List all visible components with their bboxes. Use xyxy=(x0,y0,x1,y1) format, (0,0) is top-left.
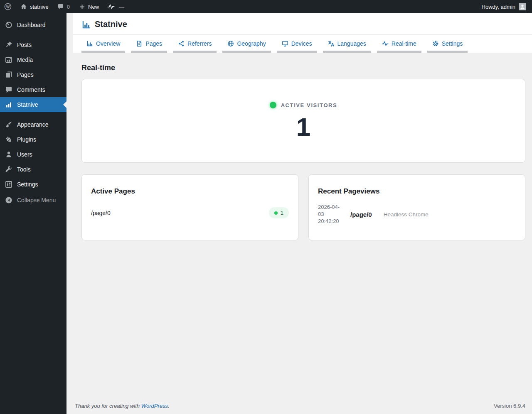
sidebar-item-label: Media xyxy=(17,56,33,63)
document-icon xyxy=(136,40,143,47)
pulse-icon xyxy=(382,40,389,47)
admin-bar: W statnive 0 New xyxy=(0,0,532,13)
sidebar-item-label: Plugins xyxy=(17,136,36,143)
sidebar-item-collapse-menu[interactable]: Collapse Menu xyxy=(0,193,66,208)
sidebar-item-label: Comments xyxy=(17,86,45,93)
home-icon xyxy=(20,3,27,10)
pages-icon xyxy=(5,71,13,79)
dashboard-gauge-icon xyxy=(5,21,13,29)
howdy-label: Howdy, admin xyxy=(482,4,515,10)
recent-pageviews-card: Recent Pageviews 2026-04-03 20:42:20 /pa… xyxy=(308,174,525,240)
pushpin-icon xyxy=(5,41,13,49)
pageview-row: 2026-04-03 20:42:20 /page/0 Headless Chr… xyxy=(318,204,516,225)
pulse-icon xyxy=(107,3,115,10)
sidebar-item-pages[interactable]: Pages xyxy=(0,67,66,82)
media-icon xyxy=(5,56,13,64)
wrench-icon xyxy=(5,165,13,174)
sliders-icon xyxy=(5,180,13,189)
active-visitors-header: ACTIVE VISITORS xyxy=(270,102,337,108)
sidebar-item-label: Posts xyxy=(17,42,32,48)
card-title: Recent Pageviews xyxy=(318,187,516,196)
admin-footer: Thank you for creating with WordPress. V… xyxy=(73,399,532,414)
collapse-arrow-icon xyxy=(5,196,13,204)
translate-icon xyxy=(328,40,335,47)
comments-menu[interactable]: 0 xyxy=(53,0,74,13)
tab-label: Languages xyxy=(337,40,366,47)
plugin-header: Statnive Overview xyxy=(73,13,532,53)
plugin-icon xyxy=(5,135,13,144)
sidebar-item-appearance[interactable]: Appearance xyxy=(0,117,66,132)
wordpress-link[interactable]: WordPress xyxy=(141,403,168,409)
new-content-menu[interactable]: New xyxy=(74,0,103,13)
tab-label: Referrers xyxy=(187,40,212,47)
sidebar-item-media[interactable]: Media xyxy=(0,52,66,67)
wordpress-logo-menu[interactable]: W xyxy=(0,0,16,13)
tab-languages[interactable]: Languages xyxy=(323,35,371,53)
comments-count: 0 xyxy=(67,4,70,10)
tab-label: Real-time xyxy=(392,40,416,47)
site-name-label: statnive xyxy=(30,4,49,10)
sidebar-item-label: Tools xyxy=(17,166,31,173)
active-visitors-card: ACTIVE VISITORS 1 xyxy=(81,79,525,163)
pageview-timestamp: 2026-04-03 20:42:20 xyxy=(318,204,345,225)
sidebar-item-settings[interactable]: Settings xyxy=(0,177,66,192)
sidebar-item-tools[interactable]: Tools xyxy=(0,162,66,177)
plus-icon xyxy=(78,3,86,10)
tab-label: Overview xyxy=(96,40,120,47)
tab-label: Devices xyxy=(291,40,312,47)
pageview-browser: Headless Chrome xyxy=(384,211,429,218)
svg-text:W: W xyxy=(6,5,10,9)
paintbrush-icon xyxy=(5,120,13,129)
user-icon xyxy=(5,150,13,159)
badge-count: 1 xyxy=(281,210,283,216)
footer-period: . xyxy=(168,403,170,409)
tab-bar: Overview Pages xyxy=(73,35,532,53)
section-heading: Real-time xyxy=(81,64,525,72)
footer-thanks: Thank you for creating with WordPress. xyxy=(75,403,170,409)
monitor-icon xyxy=(282,40,288,47)
sidebar-item-dashboard[interactable]: Dashboard xyxy=(0,17,66,32)
sidebar-item-posts[interactable]: Posts xyxy=(0,37,66,52)
tab-label: Geography xyxy=(237,40,266,47)
sidebar-item-label: Appearance xyxy=(17,121,49,128)
main-area: Statnive Overview xyxy=(66,0,532,414)
sidebar-item-users[interactable]: Users xyxy=(0,147,66,162)
overview-chart-icon xyxy=(86,40,93,47)
sidebar-item-label: Dashboard xyxy=(17,22,46,28)
live-status-dot xyxy=(270,102,276,108)
tab-settings[interactable]: Settings xyxy=(427,35,468,53)
sidebar-item-comments[interactable]: Comments xyxy=(0,82,66,97)
tab-devices[interactable]: Devices xyxy=(277,35,317,53)
tab-real-time[interactable]: Real-time xyxy=(377,35,421,53)
cards-grid: Active Pages /page/0 1 Recent Pageviews … xyxy=(81,174,525,240)
footer-thanks-text: Thank you for creating with xyxy=(75,403,140,409)
site-name-menu[interactable]: statnive xyxy=(16,0,53,13)
sidebar-item-statnive[interactable]: Statnive xyxy=(0,97,66,112)
page-title: Statnive xyxy=(95,20,127,29)
plugin-title-row: Statnive xyxy=(73,13,532,35)
badge-dot-icon xyxy=(274,211,278,215)
statnive-adminbar-menu[interactable]: — xyxy=(103,0,130,13)
page-content: Real-time ACTIVE VISITORS 1 Active Pages… xyxy=(73,53,532,240)
tab-overview[interactable]: Overview xyxy=(81,35,125,53)
tab-label: Settings xyxy=(442,40,463,47)
tab-label: Pages xyxy=(145,40,162,47)
footer-version: Version 6.9.4 xyxy=(494,403,525,409)
sidebar-item-label: Settings xyxy=(17,181,38,188)
sidebar-item-plugins[interactable]: Plugins xyxy=(0,132,66,147)
visitor-count-badge: 1 xyxy=(269,207,289,218)
comments-icon xyxy=(5,86,13,94)
avatar xyxy=(519,3,526,10)
sidebar-item-label: Collapse Menu xyxy=(17,197,56,203)
tab-geography[interactable]: Geography xyxy=(222,35,271,53)
menu-separator xyxy=(0,112,66,117)
active-page-row: /page/0 1 xyxy=(91,207,289,218)
account-menu[interactable]: Howdy, admin xyxy=(476,0,532,13)
new-label: New xyxy=(88,4,99,10)
active-visitors-value: 1 xyxy=(296,114,310,140)
pageview-path: /page/0 xyxy=(350,211,372,218)
tab-referrers[interactable]: Referrers xyxy=(173,35,217,53)
tab-pages[interactable]: Pages xyxy=(131,35,167,53)
gear-icon xyxy=(432,40,439,47)
statnive-chart-icon xyxy=(81,20,91,29)
